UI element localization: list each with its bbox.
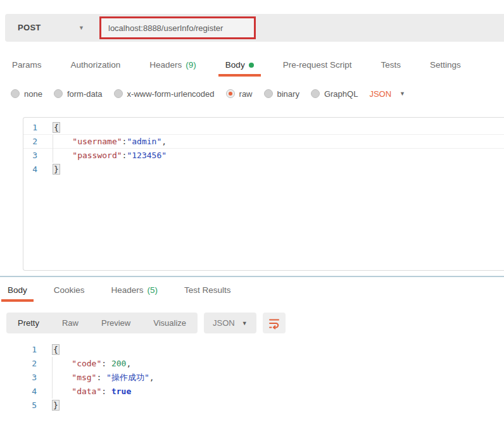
tab-pre-request-script[interactable]: Pre-request Script (276, 56, 359, 77)
tab-authorization[interactable]: Authorization (64, 56, 128, 77)
tab-params[interactable]: Params (5, 56, 49, 77)
response-tabs: BodyCookiesHeaders(5)Test Results (1, 281, 237, 302)
line-number: 2 (23, 357, 52, 371)
rest-client-window: POST ▼ localhost:8888/userInfo/register … (0, 0, 504, 434)
code-text: { (53, 121, 60, 135)
view-preview[interactable]: Preview (90, 313, 142, 333)
tab-label: Cookies (54, 285, 85, 295)
request-url-bar: POST ▼ localhost:8888/userInfo/register (5, 14, 504, 42)
request-body-editor[interactable]: 1{2 "username":"admin",3 "password":"123… (23, 117, 504, 271)
body-type-none[interactable]: none (11, 89, 42, 99)
code-line: 2 "code": 200, (23, 357, 504, 371)
radio-icon (264, 89, 273, 98)
chevron-down-icon: ▼ (400, 90, 405, 97)
line-number: 1 (23, 121, 53, 135)
wrap-lines-button[interactable] (263, 313, 286, 333)
wrap-lines-icon (268, 317, 280, 330)
line-number: 5 (23, 399, 52, 412)
chevron-down-icon: ▼ (242, 320, 248, 326)
radio-label: none (24, 89, 42, 99)
indent-guide (52, 357, 53, 399)
line-number: 2 (23, 135, 53, 149)
radio-label: form-data (67, 89, 103, 99)
code-line: 4} (23, 163, 504, 177)
radio-label: GraphQL (324, 89, 358, 99)
body-type-raw[interactable]: raw (226, 89, 253, 99)
raw-format-dropdown[interactable]: JSON▼ (369, 89, 405, 99)
view-pretty[interactable]: Pretty (6, 313, 51, 333)
code-line: 3 "msg": "操作成功", (23, 371, 504, 385)
method-dropdown[interactable]: POST ▼ (5, 14, 94, 42)
radio-label: x-www-form-urlencoded (127, 89, 215, 99)
body-type-x-www-form-urlencoded[interactable]: x-www-form-urlencoded (114, 89, 215, 99)
url-input[interactable]: localhost:8888/userInfo/register (99, 16, 256, 39)
line-number: 3 (23, 371, 52, 385)
response-tab-headers[interactable]: Headers(5) (105, 281, 165, 302)
tab-label: Body (225, 60, 245, 70)
radio-icon (54, 89, 63, 98)
code-text: { (52, 343, 60, 357)
response-tab-body[interactable]: Body (1, 281, 34, 302)
tab-body[interactable]: Body (218, 56, 261, 77)
raw-format-label: JSON (369, 89, 391, 99)
code-text: } (52, 399, 60, 412)
body-type-bar: noneform-datax-www-form-urlencodedrawbin… (11, 85, 405, 102)
response-tab-test-results[interactable]: Test Results (178, 281, 237, 302)
body-status-dot (249, 63, 254, 68)
code-text: "msg": "操作成功", (52, 371, 154, 385)
response-view-toggle: PrettyRawPreviewVisualize (6, 313, 198, 333)
code-text: "code": 200, (52, 357, 131, 371)
url-text: localhost:8888/userInfo/register (101, 23, 223, 33)
code-text: } (53, 163, 60, 177)
request-tabs: ParamsAuthorizationHeaders(9)BodyPre-req… (5, 56, 468, 77)
view-visualize[interactable]: Visualize (142, 313, 198, 333)
tab-label: Test Results (184, 285, 231, 295)
line-number: 4 (23, 385, 52, 399)
line-number: 1 (23, 343, 52, 357)
radio-icon (114, 89, 123, 98)
tab-headers[interactable]: Headers(9) (142, 56, 203, 77)
radio-label: binary (277, 89, 299, 99)
tab-label: Params (12, 60, 42, 70)
tab-label: Tests (381, 60, 401, 70)
tab-count-badge: (9) (186, 60, 196, 70)
code-line: 3 "password":"123456" (23, 149, 504, 163)
tab-settings[interactable]: Settings (423, 56, 468, 77)
code-line: 2 "username":"admin", (23, 135, 504, 149)
response-body-viewer[interactable]: 1{2 "code": 200,3 "msg": "操作成功",4 "data"… (23, 340, 504, 424)
indent-guide (53, 135, 53, 163)
radio-label: raw (239, 89, 253, 99)
code-text: "password":"123456" (53, 149, 167, 163)
body-type-binary[interactable]: binary (264, 89, 299, 99)
body-type-GraphQL[interactable]: GraphQL (311, 89, 358, 99)
radio-icon (226, 89, 235, 98)
line-number: 4 (23, 163, 53, 177)
tab-label: Authorization (71, 60, 121, 70)
radio-icon (11, 89, 20, 98)
code-line: 4 "data": true (23, 385, 504, 399)
radio-icon (311, 89, 320, 98)
code-line: 1{ (23, 343, 504, 357)
response-format-dropdown[interactable]: JSON ▼ (204, 313, 256, 333)
tab-label: Pre-request Script (283, 60, 352, 70)
code-line: 1{ (23, 121, 504, 135)
view-raw[interactable]: Raw (51, 313, 90, 333)
line-number: 3 (23, 149, 53, 163)
method-label: POST (18, 14, 41, 42)
code-text: "username":"admin", (53, 135, 167, 149)
response-toolbar: PrettyRawPreviewVisualize JSON ▼ (6, 313, 286, 333)
tab-label: Headers (149, 60, 182, 70)
response-format-label: JSON (213, 318, 235, 328)
chevron-down-icon: ▼ (79, 25, 84, 31)
body-type-form-data[interactable]: form-data (54, 89, 103, 99)
response-tab-cookies[interactable]: Cookies (47, 281, 91, 302)
tab-label: Headers (111, 285, 144, 295)
code-text: "data": true (52, 385, 131, 399)
tab-count-badge: (5) (148, 285, 158, 295)
tab-tests[interactable]: Tests (374, 56, 408, 77)
tab-label: Body (8, 285, 27, 295)
tab-label: Settings (430, 60, 461, 70)
code-line: 5} (23, 399, 504, 412)
pane-splitter[interactable] (0, 276, 504, 277)
